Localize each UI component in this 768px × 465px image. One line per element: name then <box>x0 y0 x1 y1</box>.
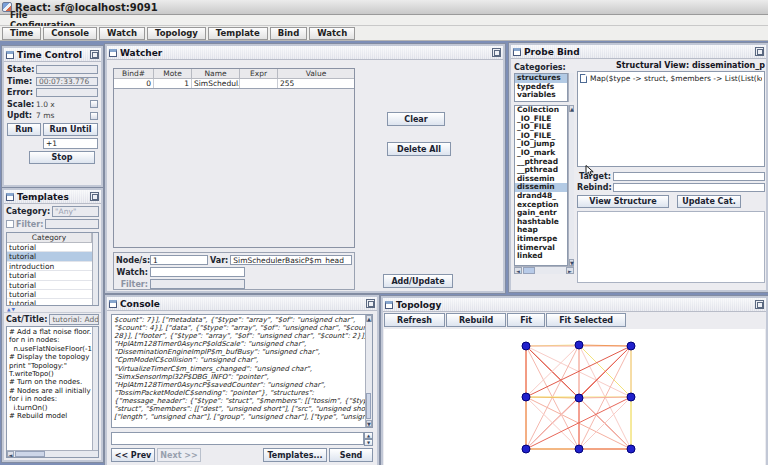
watcher-titlebar[interactable]: Watcher <box>107 46 503 60</box>
toolbar-button[interactable]: Watch <box>99 27 145 40</box>
stop-button[interactable]: Stop <box>29 151 95 164</box>
console-scrollbar[interactable]: ▲ ▼ <box>365 315 372 427</box>
col-name[interactable]: Name <box>192 69 240 78</box>
topology-button[interactable]: Refresh <box>384 313 445 327</box>
structure-item[interactable]: _IO_jump <box>515 140 567 149</box>
split-collapse-icon[interactable]: ▲ <box>7 307 10 312</box>
structure-item[interactable]: _IO_FILE <box>515 115 567 124</box>
template-row[interactable]: tutorial <box>7 252 92 261</box>
toolbar-button[interactable]: Console <box>43 27 97 40</box>
toolbar-button[interactable]: Template <box>208 27 268 40</box>
scroll-down-icon[interactable]: ▼ <box>366 420 372 427</box>
structure-item[interactable]: linked <box>515 252 567 261</box>
scroll-down-icon[interactable]: ▼ <box>569 259 574 266</box>
run-until-button[interactable]: Run Until <box>43 123 98 136</box>
watch-input[interactable] <box>150 267 245 277</box>
col-expr[interactable]: Expr <box>240 69 278 78</box>
maximize-icon[interactable] <box>90 50 99 59</box>
col-value[interactable]: Value <box>278 69 354 78</box>
structure-item[interactable]: hashtable <box>515 218 567 227</box>
console-output[interactable]: $count": 7}], ["metadata", {"$type": "ar… <box>112 315 365 427</box>
history-spinner[interactable]: ▲▼ <box>364 432 373 445</box>
structure-item[interactable]: heap <box>515 226 567 235</box>
structure-item[interactable]: itimerspe <box>515 235 567 244</box>
topology-button[interactable]: Fit Selected <box>546 313 626 327</box>
structure-item[interactable]: _IO_FILE_ <box>515 132 567 141</box>
time-control-titlebar[interactable]: Time Control <box>4 48 101 62</box>
structure-item[interactable]: _IO_FILE <box>515 123 567 132</box>
topology-titlebar[interactable]: Topology <box>383 298 766 312</box>
maximize-icon[interactable] <box>755 300 764 309</box>
probe-bind-titlebar[interactable]: Probe Bind <box>511 45 766 59</box>
maximize-icon[interactable] <box>755 47 764 56</box>
templates-table-scrollbar[interactable] <box>92 233 98 305</box>
add-update-button[interactable]: Add/Update <box>383 274 453 288</box>
template-row[interactable]: tutorial <box>7 281 92 290</box>
view-structure-button[interactable]: View Structure <box>577 195 669 208</box>
scroll-thumb[interactable] <box>15 451 45 457</box>
structure-item[interactable]: dissemin <box>515 183 567 192</box>
structure-hscrollbar[interactable]: ◄ ► <box>514 266 574 274</box>
category-combo[interactable]: "Any" <box>52 206 99 217</box>
template-row[interactable]: tutorial <box>7 243 92 252</box>
target-input[interactable] <box>613 172 765 181</box>
structure-item[interactable]: itimerval <box>515 244 567 253</box>
structure-item[interactable]: Collection <box>515 106 567 115</box>
os-titlebar[interactable]: React: sf@localhost:9091 <box>0 0 768 15</box>
maximize-icon[interactable] <box>90 192 99 201</box>
structure-item[interactable]: __pthread <box>515 158 567 167</box>
template-row[interactable]: tutorial <box>7 290 92 299</box>
send-button[interactable]: Send <box>329 448 373 462</box>
scroll-left-icon[interactable]: ◄ <box>7 451 14 457</box>
rebind-input[interactable] <box>613 183 765 192</box>
col-bind[interactable]: Bind# <box>114 69 154 78</box>
template-code-area[interactable]: # Add a flat noise floor.for n in nodes:… <box>7 327 92 450</box>
structure-vscrollbar[interactable]: ▲ ▼ <box>568 105 574 266</box>
toolbar-button[interactable]: Watch <box>309 27 355 40</box>
structure-item[interactable]: drand48_ <box>515 192 567 201</box>
col-mote[interactable]: Mote <box>154 69 192 78</box>
update-cat-button[interactable]: Update Cat. <box>677 195 741 208</box>
templates-titlebar[interactable]: Templates <box>4 190 101 204</box>
run-until-input[interactable]: +1 <box>43 138 98 149</box>
toolbar-button[interactable]: Bind <box>270 27 308 40</box>
console-titlebar[interactable]: Console <box>107 297 377 311</box>
scale-adjust-button[interactable] <box>90 100 98 108</box>
template-row[interactable]: tutorial <box>7 299 92 305</box>
console-templates-button[interactable]: Templates... <box>263 448 327 462</box>
category-type-item[interactable]: structures <box>515 74 567 83</box>
structure-item[interactable]: gain_entr <box>515 209 567 218</box>
scroll-up-icon[interactable]: ▲ <box>366 315 372 322</box>
nodes-input[interactable]: 1 <box>150 255 208 265</box>
topology-button[interactable]: Fit <box>507 313 545 327</box>
toolbar-button[interactable]: Time <box>2 27 41 40</box>
templates-table-header[interactable]: Category <box>7 233 92 243</box>
structure-tree[interactable]: Map($type -> struct, $members -> List(Li… <box>577 71 765 167</box>
maximize-icon[interactable] <box>366 299 375 308</box>
topology-canvas[interactable] <box>384 329 767 465</box>
code-hscrollbar[interactable]: ◄ <box>7 450 98 457</box>
next-button[interactable]: Next >> <box>157 448 201 462</box>
maximize-icon[interactable] <box>492 48 501 57</box>
template-row[interactable]: introduction <box>7 262 92 271</box>
scroll-right-icon[interactable]: ► <box>566 267 574 274</box>
tree-item[interactable]: Map($type -> struct, $members -> List(Li… <box>590 74 762 83</box>
run-button[interactable]: Run <box>7 123 41 136</box>
structure-item[interactable]: exception <box>515 201 567 210</box>
structure-item[interactable]: _IO_mark <box>515 149 567 158</box>
split-expand-icon[interactable]: ▼ <box>11 307 14 312</box>
topology-button[interactable]: Rebuild <box>446 313 506 327</box>
toolbar-button[interactable]: Topology <box>147 27 206 40</box>
updt-adjust-button[interactable] <box>90 112 98 120</box>
delete-all-button[interactable]: Delete All <box>387 142 451 156</box>
scroll-left-icon[interactable]: ◄ <box>514 267 522 274</box>
structure-item[interactable]: dissemin <box>515 175 567 184</box>
watch-row[interactable]: 0 1 SimSchedul... 255 <box>114 79 354 89</box>
category-type-item[interactable]: variables <box>515 91 567 100</box>
prev-button[interactable]: << Prev <box>111 448 155 462</box>
scroll-up-icon[interactable]: ▲ <box>569 105 574 112</box>
console-input[interactable] <box>111 432 364 445</box>
template-row[interactable]: tutorial <box>7 271 92 280</box>
code-vscrollbar[interactable] <box>92 327 98 450</box>
category-type-scrollbar[interactable] <box>568 73 574 102</box>
